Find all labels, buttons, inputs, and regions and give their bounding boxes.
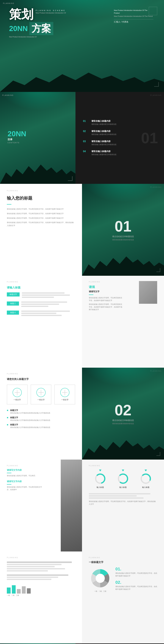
slide5-right: PLANNING 02 请点击此处文本标题信息 请添加您想要添加的内容信息 <box>82 368 164 460</box>
slide7-right-content: 一级、二级、三级 01. 请在此处输入您的文字说明，可以拷贝您的文字后，在此框中… <box>89 567 157 592</box>
svg-point-7 <box>96 574 105 583</box>
slide3-right-label: PLANNING <box>150 186 162 188</box>
slide5-list-items: ■ 标题文字 请在此处输入文字描述信息请在此处输入文字描述信息 ■ 标题文字 请… <box>7 409 75 429</box>
slide8-left: PLANNING 03 <box>0 644 75 644</box>
slide6-donuts: 输入标题 输入标题 输入标题 <box>89 470 157 489</box>
icon-box-2: 一些文字 <box>31 384 51 404</box>
slide4-tab-2: 标题 2 <box>7 302 75 308</box>
slide5-left: PLANNING 请您支持人标题文字 一些文字 一些文字 一些文字 <box>0 368 82 460</box>
slide-6-charts: PLANNING 请填写文字内容 请在此处输入您的文字说明，可以拷贝 请填写文字… <box>0 460 164 552</box>
pie-chart <box>89 567 112 590</box>
slide7-item-2: 02. 请在此处输入您的文字说明，可以拷贝您的文字后，在此框中选择只粘贴文字 <box>115 580 157 590</box>
year-fangan-row: 20NN 方案 <box>9 22 66 35</box>
slide7-text-content <box>7 562 75 580</box>
ce-hua-title: 策划 <box>9 8 33 20</box>
deco-corner-5r <box>156 452 160 456</box>
slide6-vertical-img <box>61 460 82 552</box>
slide3-section-num: 01 请点击此处文本标题信息 请添加您想要添加的内容信息 <box>112 219 134 241</box>
teal-divider-3 <box>7 204 11 204</box>
slide4-right: PLANNING 请填 请填写文字 请在此处输入您的文字说明，可以拷贝您的文字后… <box>82 276 164 368</box>
planning-scheme-label: PLANNING SCHEME New Product Introduction… <box>36 8 66 14</box>
slide5-list-3: ■ 标题文字 请在此处输入文字描述信息请在此处输入文字描述信息 <box>7 424 75 429</box>
list-icon-2: ■ <box>7 416 8 422</box>
slide6-right: PLANNING 输入标题 输入标题 <box>82 460 164 552</box>
deco-corner-2 <box>68 176 72 181</box>
list-icon-3: ■ <box>7 424 8 429</box>
slide5-list-2: ■ 标题文字 请在此处输入文字描述信息请在此处输入文字描述信息 <box>7 416 75 422</box>
deco-corner-3r <box>156 268 160 272</box>
slide2-item-4: 04 请双击输入标题内容 请双击输入标题内容文本描述信息 <box>83 150 156 156</box>
slide-4-tabs: PLANNING 请输入标题 标题文字 标题 2 <box>0 276 164 368</box>
slide2-year-mulu: 20NN 目录 CONTENTS <box>8 130 26 144</box>
slide2-item-1: 01 请双击输入标题内容 请双击输入标题内容文本描述信息 <box>83 120 156 126</box>
slide4-left: PLANNING 请输入标题 标题文字 标题 2 <box>0 276 82 368</box>
pie-chart-container: 一级、二级、三级 <box>89 567 112 592</box>
slide3-left: PLANNING 输入您的标题 请在此处输入您的文字说明，可以拷贝您的文字后，在… <box>0 184 82 276</box>
slide-8-section03: PLANNING 03 PLANNING 请输入标题 请输入标题 请在此处输入您… <box>0 644 164 644</box>
donut-chart-3 <box>140 472 152 485</box>
icon-box-3: 一些文字 <box>54 384 75 404</box>
slide-3-section01: PLANNING 输入您的标题 请在此处输入您的文字说明，可以拷贝您的文字后，在… <box>0 184 164 276</box>
slide-5-icons: PLANNING 请您支持人标题文字 一些文字 一些文字 一些文字 <box>0 368 164 460</box>
slide5-right-label: PLANNING <box>150 370 162 372</box>
donut-2: 输入标题 <box>117 470 129 489</box>
slide3-text-content: 请在此处输入您的文字说明，可以拷贝您的文字后，在此框中选择只粘贴文字 请在此处输… <box>7 208 75 227</box>
cover-title-area: 策划 PLANNING SCHEME New Product Introduct… <box>9 8 66 38</box>
slide2-label: PLANNING <box>2 94 14 96</box>
slide6-left-text: 请填写文字内容 请在此处输入您的文字说明，可以拷贝 请填写文字内容 请在此处输入… <box>7 469 43 491</box>
slide5-section-num: 02 请点击此处文本标题信息 请添加您想要添加的内容信息 <box>112 402 134 425</box>
slide6-desc-lines: 请在此处输入您的文字说明，可以拷贝您的文字后，在此框中选择只粘贴文字，请在此处输… <box>89 493 157 506</box>
slide4-right-content: 请填 请填写文字 请在此处输入您的文字说明，可以拷贝您的文字后，在此框中选择只粘… <box>89 285 122 311</box>
slide4-tab-items: 标题文字 标题 2 标题 4 <box>7 292 75 317</box>
slide4-img <box>139 281 157 304</box>
slide2-left: PLANNING 20NN 目录 CONTENTS <box>0 92 75 184</box>
slide2-right: PLANNING 01 请双击输入标题内容 请双击输入标题内容文本描述信息 02… <box>75 92 164 184</box>
slide7-small-bars: 一级、二级、三级 <box>7 584 75 596</box>
slide4-tab-1: 标题文字 <box>7 292 75 299</box>
donut-chart-1 <box>94 472 106 485</box>
slide3-right: PLANNING 01 请点击此处文本标题信息 请添加您想要添加的内容信息 <box>82 184 164 276</box>
donut-1: 输入标题 <box>94 470 106 489</box>
icon-box-1: 一些文字 <box>7 384 28 404</box>
slide-1-cover: PLANNING 策划 PLANNING SCHEME New Product … <box>0 0 164 92</box>
slide2-section-display: 01 <box>141 130 158 146</box>
cover-subtitle-area: New Product Introduction Introduction Of… <box>114 9 153 23</box>
slide4-tab-3: 标题 4 <box>7 310 75 317</box>
slide6-left: PLANNING 请填写文字内容 请在此处输入您的文字说明，可以拷贝 请填写文字… <box>0 460 82 552</box>
slide7-num-items: 01. 请在此处输入您的文字说明，可以拷贝您的文字后，在此框中选择只粘贴文字 0… <box>115 567 157 590</box>
slide2-right-label: PLANNING <box>150 94 162 96</box>
donut-chart-2 <box>117 472 129 485</box>
slide5-list-1: ■ 标题文字 请在此处输入文字描述信息请在此处输入文字描述信息 <box>7 409 75 414</box>
slide5-icon-boxes: 一些文字 一些文字 一些文字 <box>7 384 75 404</box>
donut-3: 输入标题 <box>140 470 152 489</box>
slide7-right: PLANNING 一级标题文字 一级、二级、三级 <box>82 552 164 644</box>
slide-7-piechart: PLANNING <box>0 552 164 644</box>
deco-corner-br <box>154 82 159 86</box>
planning-label-1: PLANNING <box>3 2 15 4</box>
slide8-right: PLANNING 请输入标题 请输入标题 请在此处输入您的文字说明，可以拷贝您的… <box>75 644 164 644</box>
slide-2-contents: PLANNING 20NN 目录 CONTENTS PLANNING 01 请双… <box>0 92 164 184</box>
slide7-item-1: 01. 请在此处输入您的文字说明，可以拷贝您的文字后，在此框中选择只粘贴文字 <box>115 567 157 577</box>
deco-border-1 <box>149 7 157 15</box>
slide7-left: PLANNING <box>0 552 82 644</box>
list-icon-1: ■ <box>7 409 8 414</box>
